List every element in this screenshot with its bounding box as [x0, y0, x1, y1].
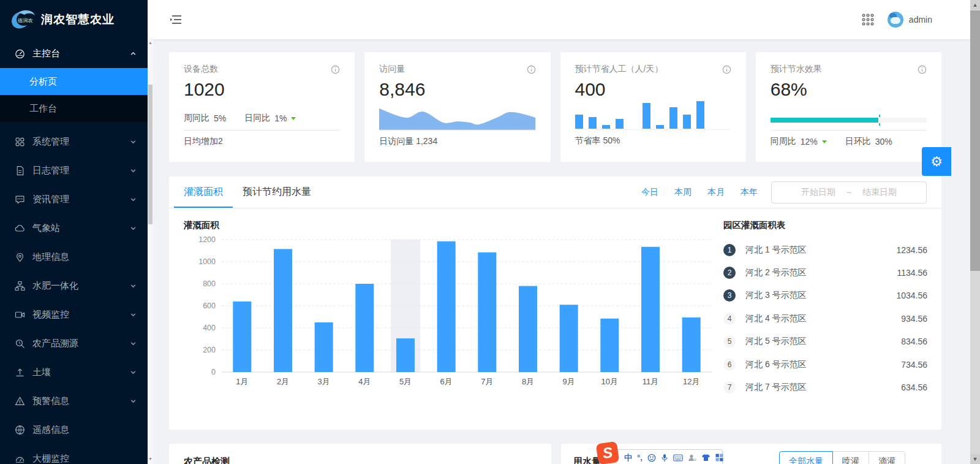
filter-this-week[interactable]: 本周: [674, 187, 692, 198]
trend-value: 5%: [214, 113, 226, 123]
panel-tabbar: 灌溉面积 预计节约用水量 今日 本周 本月 本年 开始日期 ~ 结束日期: [169, 177, 941, 208]
mini-bar: [589, 117, 597, 129]
sidebar-scrollbar-track[interactable]: ▲ ▼: [148, 38, 153, 464]
trend-label: 周同比: [184, 113, 209, 124]
scroll-up-icon[interactable]: ▲: [148, 39, 153, 47]
skin-icon[interactable]: [701, 454, 710, 462]
toolbox-icon[interactable]: [715, 454, 723, 462]
rank-name: 河北 6 号示范区: [745, 359, 807, 370]
tab-irrigation-area[interactable]: 灌溉面积: [174, 177, 233, 208]
svg-text:4月: 4月: [358, 377, 371, 386]
sidebar-item-水肥一体化[interactable]: 水肥一体化: [0, 272, 148, 300]
rank-name: 河北 3 号示范区: [745, 290, 807, 301]
svg-text:8月: 8月: [522, 377, 534, 386]
sidebar-item-地理信息[interactable]: 地理信息: [0, 243, 148, 272]
sidebar-item-资讯管理[interactable]: 资讯管理: [0, 185, 148, 214]
rank-name: 河北 7 号示范区: [745, 382, 807, 393]
rank-value: 934.56: [901, 314, 927, 324]
sidebar-item-大棚监控[interactable]: 大棚监控: [0, 444, 148, 464]
rank-badge: 5: [723, 335, 736, 348]
date-range-input[interactable]: 开始日期 ~ 结束日期: [771, 181, 927, 203]
sidebar-item-主控台[interactable]: 主控台: [0, 39, 148, 68]
trend-label: 同周比: [771, 136, 796, 147]
sidebar-item-系统管理[interactable]: 系统管理: [0, 127, 148, 156]
scroll-down-icon[interactable]: ▼: [148, 455, 153, 463]
dashboard-icon: [15, 48, 25, 59]
sidebar-item-遥感信息[interactable]: 遥感信息: [0, 416, 148, 444]
user-menu[interactable]: admin: [888, 12, 932, 28]
segment-all-water[interactable]: 全部水量: [779, 451, 833, 464]
sidebar-item-气象站[interactable]: 气象站: [0, 214, 148, 243]
info-icon[interactable]: [722, 65, 731, 74]
card-value: 68%: [771, 78, 927, 101]
card-value: 1020: [184, 78, 340, 101]
filter-this-year[interactable]: 本年: [741, 187, 758, 198]
chevron-down-icon: [130, 225, 137, 232]
mini-bar: [575, 115, 583, 129]
ranking-title: 园区灌溉面积表: [723, 219, 927, 231]
account-icon[interactable]: 22: [688, 454, 696, 462]
brand: 德润农 润农智慧农业: [0, 0, 148, 39]
chevron-down-icon: [130, 340, 137, 347]
settings-gear-button[interactable]: ⚙: [922, 147, 951, 176]
menu-fold-icon[interactable]: [170, 14, 182, 25]
irrigation-ranking: 园区灌溉面积表 1河北 1 号示范区1234.562河北 2 号示范区1134.…: [723, 219, 927, 399]
sidebar-item-日志管理[interactable]: 日志管理: [0, 156, 148, 185]
info-icon[interactable]: [527, 65, 536, 74]
sidebar-item-土壤[interactable]: 土壤: [0, 358, 148, 387]
emoji-icon[interactable]: [647, 454, 656, 462]
scroll-down-icon[interactable]: ▼: [970, 454, 980, 464]
sidebar-scrollbar-thumb[interactable]: [148, 85, 153, 224]
soil-icon: [15, 367, 25, 378]
microphone-icon[interactable]: [661, 454, 668, 462]
punctuation-icon[interactable]: °,: [637, 453, 643, 462]
mini-bar: [602, 125, 610, 129]
sidebar-item-label: 土壤: [32, 367, 51, 378]
tab-estimated-water-saved[interactable]: 预计节约用水量: [233, 177, 321, 208]
info-icon[interactable]: [331, 65, 340, 74]
sogou-logo[interactable]: S: [596, 441, 619, 464]
apps-grid-icon[interactable]: [862, 13, 874, 26]
sidebar-item-label: 地理信息: [32, 251, 69, 263]
username: admin: [909, 15, 932, 25]
gear-icon: ⚙: [930, 154, 943, 170]
sidebar-scrollbar[interactable]: ▲ ▼: [148, 0, 153, 464]
svg-text:6月: 6月: [440, 377, 453, 386]
filter-this-month[interactable]: 本月: [707, 187, 725, 198]
gauge-icon: [15, 454, 25, 464]
segment-sprinkler[interactable]: 喷灌: [832, 451, 869, 464]
card-footer: 日均增加2: [184, 131, 340, 147]
scroll-up-icon[interactable]: ▲: [970, 0, 980, 10]
keyboard-icon[interactable]: [673, 454, 683, 462]
rank-value: 634.56: [901, 382, 927, 392]
info-icon[interactable]: [918, 65, 927, 74]
water-usage-segments: 全部水量 喷灌 滴灌: [779, 451, 905, 464]
warning-icon: [15, 396, 25, 406]
sidebar-subitem-工作台[interactable]: 工作台: [0, 95, 148, 122]
filter-today[interactable]: 今日: [641, 187, 658, 198]
avatar: [888, 12, 903, 28]
stat-card-visits: 访问量 8,846 日访问量 1,234: [364, 52, 550, 162]
file-icon: [15, 165, 25, 176]
page-scrollbar-thumb[interactable]: [970, 10, 980, 271]
svg-text:200: 200: [203, 346, 216, 354]
page-scrollbar[interactable]: ▲ ▼: [970, 0, 980, 464]
rank-name: 河北 2 号示范区: [745, 267, 807, 278]
sidebar-item-预警信息[interactable]: 预警信息: [0, 387, 148, 416]
sidebar-subitem-分析页[interactable]: 分析页: [0, 68, 148, 95]
segment-drip[interactable]: 滴灌: [869, 451, 905, 464]
svg-text:12月: 12月: [683, 377, 699, 386]
ime-toolbar: 中 °, 22 S: [597, 441, 726, 464]
sidebar-item-农产品溯源[interactable]: 农产品溯源: [0, 329, 148, 358]
svg-text:7月: 7月: [481, 377, 493, 386]
lang-zh[interactable]: 中: [624, 452, 632, 463]
rank-name: 河北 4 号示范区: [745, 313, 807, 324]
svg-text:800: 800: [203, 280, 216, 288]
rank-badge: 7: [723, 381, 736, 394]
trend-label: 日环比: [845, 136, 871, 147]
sidebar-item-视频监控[interactable]: 视频监控: [0, 300, 148, 329]
rank-value: 1034.56: [896, 291, 927, 300]
svg-text:11月: 11月: [643, 377, 659, 386]
card-title: 设备总数: [184, 64, 218, 75]
svg-text:1月: 1月: [236, 377, 248, 386]
